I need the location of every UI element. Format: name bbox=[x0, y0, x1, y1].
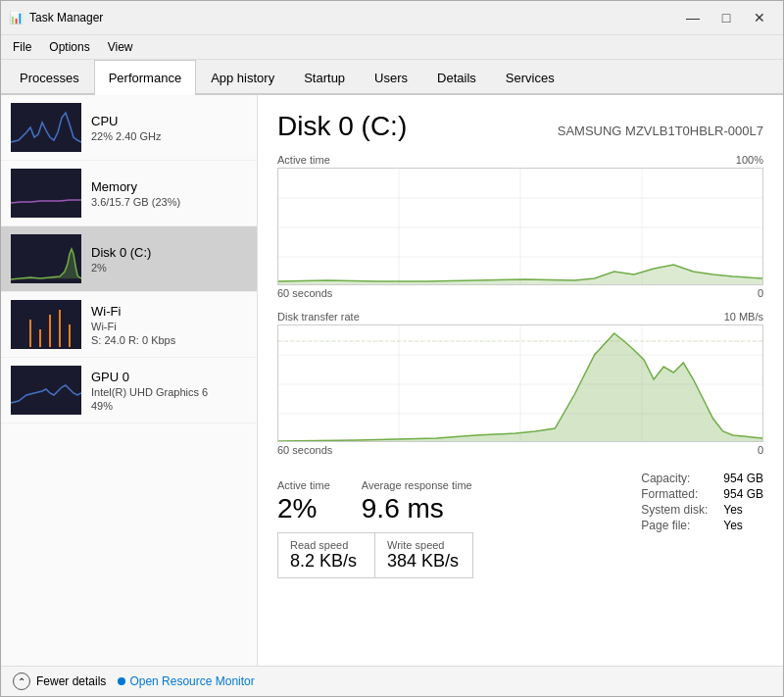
fewer-details-label: Fewer details bbox=[36, 674, 106, 688]
tab-services[interactable]: Services bbox=[491, 60, 569, 95]
disk-name: Disk 0 (C:) bbox=[91, 245, 151, 260]
open-resource-label: Open Resource Monitor bbox=[129, 674, 254, 688]
system-disk-value: Yes bbox=[723, 503, 763, 517]
disk-chart-thumb bbox=[11, 234, 81, 283]
chart2-time: 60 seconds bbox=[277, 444, 332, 456]
title-bar-left: 📊 Task Manager bbox=[9, 11, 103, 25]
memory-info: Memory 3.6/15.7 GB (23%) bbox=[91, 179, 180, 208]
open-resource-monitor-link[interactable]: Open Resource Monitor bbox=[118, 674, 254, 688]
cpu-thumb bbox=[11, 103, 81, 152]
app-icon: 📊 bbox=[9, 11, 24, 25]
sidebar: CPU 22% 2.40 GHz Memory 3.6/15.7 GB (23%… bbox=[1, 95, 258, 666]
write-speed-value: 384 KB/s bbox=[387, 551, 461, 572]
write-speed-label: Write speed bbox=[387, 539, 461, 551]
active-time-chart bbox=[277, 168, 763, 285]
tab-app-history[interactable]: App history bbox=[196, 60, 289, 95]
avg-response-label: Average response time bbox=[362, 479, 472, 491]
chart2-max: 10 MB/s bbox=[724, 311, 763, 323]
stats-row: Active time 2% Average response time 9.6… bbox=[277, 479, 473, 524]
disk-info: Disk 0 (C:) 2% bbox=[91, 245, 151, 274]
close-button[interactable]: ✕ bbox=[744, 7, 775, 28]
system-disk-label: System disk: bbox=[641, 503, 708, 517]
chart2-min: 0 bbox=[758, 444, 763, 456]
memory-chart-thumb bbox=[11, 169, 81, 218]
chart1-time: 60 seconds bbox=[277, 287, 332, 299]
disk-detail: 2% bbox=[91, 262, 151, 274]
active-time-label: Active time bbox=[277, 479, 330, 491]
page-file-label: Page file: bbox=[641, 519, 708, 532]
svg-rect-1 bbox=[11, 169, 81, 218]
menu-options[interactable]: Options bbox=[41, 37, 97, 57]
chart1-label-row: Active time 100% bbox=[277, 154, 763, 166]
fewer-details-button[interactable]: ⌃ Fewer details bbox=[13, 672, 106, 690]
avg-response-value: 9.6 ms bbox=[362, 493, 472, 524]
chart2-label: Disk transfer rate bbox=[277, 311, 360, 323]
chart1-max: 100% bbox=[736, 154, 763, 166]
active-time-section: Active time 100% bbox=[277, 154, 763, 299]
tab-startup[interactable]: Startup bbox=[289, 60, 360, 95]
wifi-name: Wi-Fi bbox=[91, 304, 175, 319]
cpu-info: CPU 22% 2.40 GHz bbox=[91, 114, 162, 142]
sidebar-item-cpu[interactable]: CPU 22% 2.40 GHz bbox=[1, 95, 257, 161]
minimize-button[interactable]: — bbox=[677, 7, 709, 28]
tab-users[interactable]: Users bbox=[360, 60, 422, 95]
cpu-name: CPU bbox=[91, 114, 162, 128]
stats-container: Active time 2% Average response time 9.6… bbox=[277, 468, 763, 578]
active-time-svg bbox=[278, 169, 762, 285]
wifi-info: Wi-Fi Wi-Fi S: 24.0 R: 0 Kbps bbox=[91, 304, 175, 346]
disk-thumb bbox=[11, 234, 81, 283]
title-bar-controls: — □ ✕ bbox=[677, 7, 775, 28]
stats-left: Active time 2% Average response time 9.6… bbox=[277, 468, 473, 578]
content-area: CPU 22% 2.40 GHz Memory 3.6/15.7 GB (23%… bbox=[1, 95, 783, 666]
transfer-rate-svg bbox=[278, 325, 762, 442]
main-content: Disk 0 (C:) SAMSUNG MZVLB1T0HBLR-000L7 A… bbox=[258, 95, 783, 666]
menu-view[interactable]: View bbox=[100, 37, 141, 57]
sidebar-item-disk[interactable]: Disk 0 (C:) 2% bbox=[1, 226, 257, 292]
task-manager-window: 📊 Task Manager — □ ✕ File Options View P… bbox=[0, 0, 784, 697]
maximize-button[interactable]: □ bbox=[710, 7, 742, 28]
wifi-chart-thumb bbox=[11, 300, 81, 349]
chevron-up-icon: ⌃ bbox=[13, 672, 30, 690]
read-speed-box: Read speed 8.2 KB/s bbox=[277, 532, 375, 578]
active-time-stat: Active time 2% bbox=[277, 479, 330, 524]
disk-model: SAMSUNG MZVLB1T0HBLR-000L7 bbox=[558, 124, 763, 138]
formatted-label: Formatted: bbox=[641, 487, 708, 501]
menu-file[interactable]: File bbox=[5, 37, 39, 57]
transfer-rate-chart bbox=[277, 324, 763, 442]
gpu-detail: 49% bbox=[91, 400, 208, 412]
disk-info-grid: Capacity: 954 GB Formatted: 954 GB Syste… bbox=[641, 472, 763, 532]
svg-rect-3 bbox=[11, 300, 81, 349]
read-speed-label: Read speed bbox=[290, 539, 363, 551]
page-file-value: Yes bbox=[723, 519, 763, 532]
main-header: Disk 0 (C:) SAMSUNG MZVLB1T0HBLR-000L7 bbox=[277, 111, 763, 142]
memory-name: Memory bbox=[91, 179, 180, 194]
capacity-value: 954 GB bbox=[723, 472, 763, 485]
memory-thumb bbox=[11, 169, 81, 218]
sidebar-item-gpu[interactable]: GPU 0 Intel(R) UHD Graphics 6 49% bbox=[1, 358, 257, 423]
sidebar-item-wifi[interactable]: Wi-Fi Wi-Fi S: 24.0 R: 0 Kbps bbox=[1, 292, 257, 358]
tab-processes[interactable]: Processes bbox=[5, 60, 94, 95]
tab-performance[interactable]: Performance bbox=[94, 60, 196, 95]
active-time-value: 2% bbox=[277, 493, 330, 524]
chart2-bottom-row: 60 seconds 0 bbox=[277, 444, 763, 456]
capacity-label: Capacity: bbox=[641, 472, 708, 485]
gpu-thumb bbox=[11, 366, 81, 415]
avg-response-stat: Average response time 9.6 ms bbox=[362, 479, 472, 524]
transfer-rate-section: Disk transfer rate 10 MB/s bbox=[277, 311, 763, 456]
resource-dot-icon bbox=[118, 677, 125, 685]
cpu-chart-thumb bbox=[11, 103, 81, 152]
window-title: Task Manager bbox=[29, 11, 103, 25]
gpu-name: GPU 0 bbox=[91, 370, 208, 384]
cpu-detail: 22% 2.40 GHz bbox=[91, 130, 162, 142]
tab-bar: Processes Performance App history Startu… bbox=[1, 60, 783, 95]
formatted-value: 954 GB bbox=[723, 487, 763, 501]
title-bar: 📊 Task Manager — □ ✕ bbox=[1, 1, 783, 35]
read-speed-value: 8.2 KB/s bbox=[290, 551, 363, 572]
speed-boxes: Read speed 8.2 KB/s Write speed 384 KB/s bbox=[277, 532, 473, 578]
gpu-detail2: Intel(R) UHD Graphics 6 bbox=[91, 386, 208, 398]
chart1-min: 0 bbox=[758, 287, 763, 299]
memory-detail: 3.6/15.7 GB (23%) bbox=[91, 196, 180, 208]
chart1-bottom-row: 60 seconds 0 bbox=[277, 287, 763, 299]
tab-details[interactable]: Details bbox=[422, 60, 491, 95]
sidebar-item-memory[interactable]: Memory 3.6/15.7 GB (23%) bbox=[1, 161, 257, 226]
